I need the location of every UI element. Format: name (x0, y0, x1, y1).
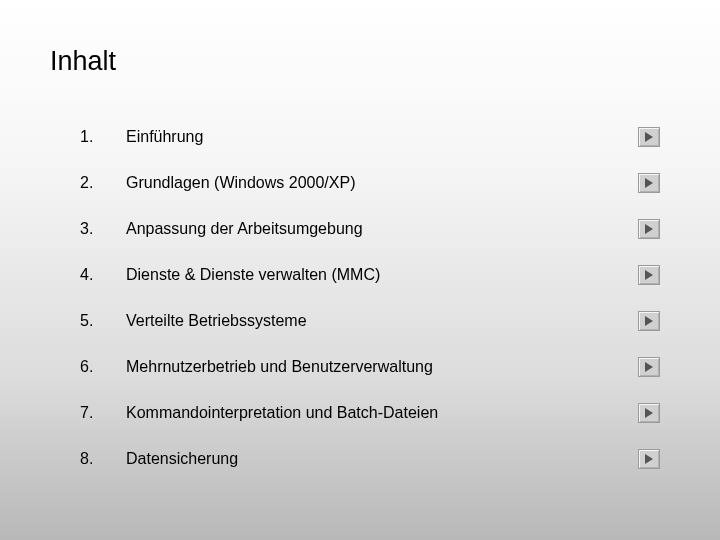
svg-marker-1 (645, 178, 653, 188)
toc-number: 1. (80, 128, 126, 146)
toc-number: 5. (80, 312, 126, 330)
play-icon (644, 270, 654, 280)
toc-number: 8. (80, 450, 126, 468)
toc-label: Verteilte Betriebssysteme (126, 312, 628, 330)
play-button[interactable] (638, 403, 660, 423)
play-button[interactable] (638, 265, 660, 285)
toc-row: 5.Verteilte Betriebssysteme (80, 311, 660, 331)
toc-row: 1.Einführung (80, 127, 660, 147)
toc-row: 3.Anpassung der Arbeitsumgebung (80, 219, 660, 239)
toc-number: 4. (80, 266, 126, 284)
toc-label: Dienste & Dienste verwalten (MMC) (126, 266, 628, 284)
toc-label: Einführung (126, 128, 628, 146)
play-button[interactable] (638, 357, 660, 377)
toc-label: Anpassung der Arbeitsumgebung (126, 220, 628, 238)
toc-number: 6. (80, 358, 126, 376)
play-button[interactable] (638, 311, 660, 331)
toc-label: Grundlagen (Windows 2000/XP) (126, 174, 628, 192)
toc-row: 4.Dienste & Dienste verwalten (MMC) (80, 265, 660, 285)
play-icon (644, 454, 654, 464)
play-button[interactable] (638, 449, 660, 469)
svg-marker-2 (645, 224, 653, 234)
toc-row: 7.Kommandointerpretation und Batch-Datei… (80, 403, 660, 423)
svg-marker-6 (645, 408, 653, 418)
svg-marker-5 (645, 362, 653, 372)
table-of-contents: 1.Einführung2.Grundlagen (Windows 2000/X… (80, 127, 660, 469)
svg-marker-7 (645, 454, 653, 464)
toc-row: 8.Datensicherung (80, 449, 660, 469)
play-button[interactable] (638, 173, 660, 193)
toc-row: 2.Grundlagen (Windows 2000/XP) (80, 173, 660, 193)
play-icon (644, 132, 654, 142)
page-title: Inhalt (50, 46, 670, 77)
toc-row: 6.Mehrnutzerbetrieb und Benutzerverwaltu… (80, 357, 660, 377)
play-icon (644, 224, 654, 234)
play-button[interactable] (638, 127, 660, 147)
toc-label: Datensicherung (126, 450, 628, 468)
toc-number: 2. (80, 174, 126, 192)
play-icon (644, 178, 654, 188)
toc-label: Kommandointerpretation und Batch-Dateien (126, 404, 628, 422)
play-button[interactable] (638, 219, 660, 239)
slide: Inhalt 1.Einführung2.Grundlagen (Windows… (0, 0, 720, 540)
toc-label: Mehrnutzerbetrieb und Benutzerverwaltung (126, 358, 628, 376)
svg-marker-4 (645, 316, 653, 326)
play-icon (644, 316, 654, 326)
play-icon (644, 362, 654, 372)
play-icon (644, 408, 654, 418)
toc-number: 7. (80, 404, 126, 422)
toc-number: 3. (80, 220, 126, 238)
svg-marker-0 (645, 132, 653, 142)
svg-marker-3 (645, 270, 653, 280)
